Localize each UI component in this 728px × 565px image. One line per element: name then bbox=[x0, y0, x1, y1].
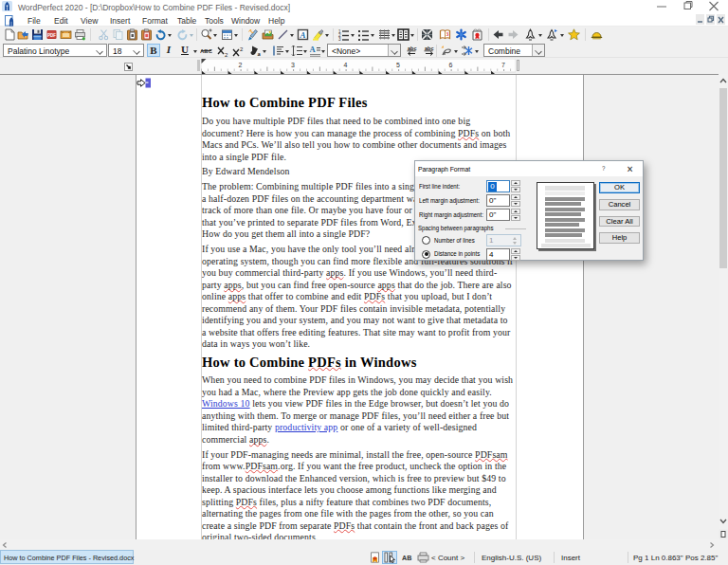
svg-text:4: 4 bbox=[344, 62, 348, 68]
svg-text:A: A bbox=[299, 30, 305, 40]
svg-text:PDF: PDF bbox=[47, 33, 56, 38]
svg-text:2: 2 bbox=[240, 46, 244, 52]
svg-text:abc: abc bbox=[408, 46, 416, 51]
svg-text:3: 3 bbox=[291, 62, 295, 68]
svg-text:A: A bbox=[309, 45, 316, 54]
svg-text:2: 2 bbox=[239, 62, 243, 68]
svg-text:3: 3 bbox=[446, 31, 448, 37]
svg-text:2: 2 bbox=[225, 52, 228, 58]
svg-text:3: 3 bbox=[338, 37, 341, 41]
svg-text:5: 5 bbox=[396, 62, 400, 68]
svg-text:abc: abc bbox=[425, 46, 433, 51]
svg-text:7: 7 bbox=[501, 62, 505, 68]
svg-text:a: a bbox=[258, 50, 262, 57]
svg-text:6: 6 bbox=[449, 62, 453, 68]
